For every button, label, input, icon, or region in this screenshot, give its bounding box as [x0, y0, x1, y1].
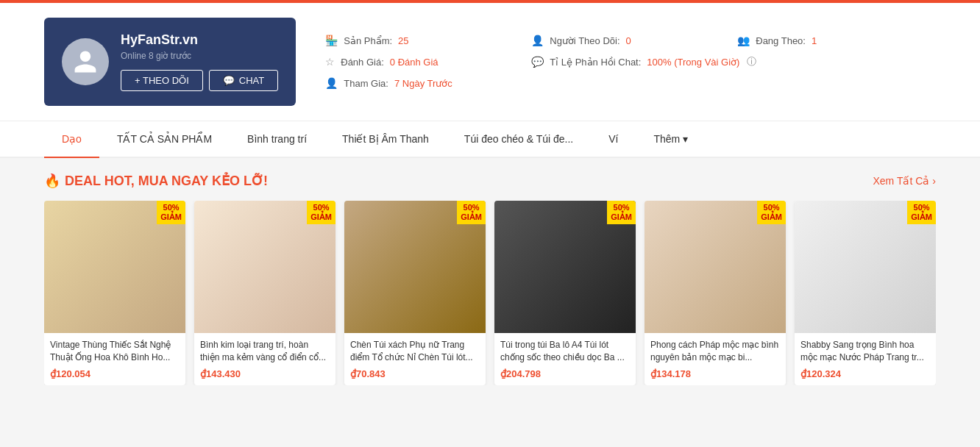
- product-price: ₫70.843: [350, 368, 480, 379]
- discount-badge: 50% GIẢM: [307, 201, 335, 224]
- product-price: ₫204.798: [500, 368, 630, 379]
- follow-icon: 👥: [737, 35, 750, 46]
- person-icon: 👤: [531, 35, 544, 46]
- product-info: Bình kim loại trang trí, hoàn thiện ma k…: [194, 333, 335, 385]
- discount-badge: 50% GIẢM: [907, 201, 936, 224]
- tab-tat-ca[interactable]: TẤT CẢ SẢN PHẨM: [99, 121, 230, 158]
- stat-nguoi-theo-doi: 👤 Người Theo Dõi: 0: [531, 35, 693, 46]
- product-info: Vintage Thùng Thiếc Sắt Nghệ Thuật Ống H…: [44, 333, 185, 385]
- stat-dang-theo: 👥 Đang Theo: 1: [737, 35, 899, 46]
- info-icon: ⓘ: [747, 55, 756, 68]
- product-name: Phong cách Pháp mộc mạc bình nguyên bản …: [650, 339, 780, 364]
- avatar: [62, 38, 109, 85]
- product-image: 50% GIẢM: [344, 201, 486, 333]
- product-image: 50% GIẢM: [645, 201, 786, 333]
- shop-name: HyFanStr.vn: [121, 32, 278, 48]
- product-price: ₫120.324: [800, 368, 930, 379]
- stat-danh-gia: ☆ Đánh Giá: 0 Đánh Giá: [325, 55, 487, 68]
- discount-badge: 50% GIẢM: [157, 201, 185, 224]
- product-name: Shabby Sang trọng Bình hoa mộc mạc Nước …: [800, 339, 930, 364]
- chevron-down-icon: ▾: [683, 133, 688, 145]
- shop-stats: 🏪 Sản Phẩm: 25 👤 Người Theo Dõi: 0 👥 Đan…: [325, 35, 936, 89]
- product-card[interactable]: 50% GIẢM Túi trong túi Ba lô A4 Túi lót …: [494, 201, 636, 385]
- nav-tabs: Dạo TẤT CẢ SẢN PHẨM Bình trang trí Thiết…: [0, 121, 980, 158]
- tab-vi[interactable]: Ví: [591, 121, 636, 158]
- shop-status: Online 8 giờ trước: [121, 51, 278, 61]
- main-content: 🔥 DEAL HOT, MUA NGAY KẺO LỠ! Xem Tất Cả …: [0, 158, 980, 400]
- fire-icon: 🔥: [44, 173, 60, 189]
- product-info: Túi trong túi Ba lô A4 Túi lót chống sốc…: [494, 333, 636, 385]
- shop-info: HyFanStr.vn Online 8 giờ trước + THEO DÕ…: [121, 32, 278, 91]
- chevron-right-icon: ›: [932, 175, 936, 187]
- deal-header: 🔥 DEAL HOT, MUA NGAY KẺO LỠ! Xem Tất Cả …: [44, 173, 936, 189]
- store-icon: 🏪: [325, 35, 338, 46]
- product-name: Bình kim loại trang trí, hoàn thiện ma k…: [200, 339, 330, 364]
- product-card[interactable]: 50% GIẢM Chèn Túi xách Phụ nữ Trang điểm…: [344, 201, 486, 385]
- tab-binh-trang-tri[interactable]: Bình trang trí: [230, 121, 324, 158]
- shop-header: HyFanStr.vn Online 8 giờ trước + THEO DÕ…: [0, 3, 980, 121]
- product-name: Túi trong túi Ba lô A4 Túi lót chống sốc…: [500, 339, 630, 364]
- product-card[interactable]: 50% GIẢM Phong cách Pháp mộc mạc bình ng…: [645, 201, 786, 385]
- product-price: ₫120.054: [50, 368, 180, 379]
- product-card[interactable]: 50% GIẢM Vintage Thùng Thiếc Sắt Nghệ Th…: [44, 201, 185, 385]
- product-info: Chèn Túi xách Phụ nữ Trang điểm Tổ chức …: [344, 333, 486, 385]
- chat-button[interactable]: 💬 CHAT: [209, 70, 278, 91]
- discount-badge: 50% GIẢM: [457, 201, 486, 224]
- products-grid: 50% GIẢM Vintage Thùng Thiếc Sắt Nghệ Th…: [44, 201, 936, 385]
- product-price: ₫143.430: [200, 368, 330, 379]
- user-icon: [72, 49, 99, 75]
- product-info: Phong cách Pháp mộc mạc bình nguyên bản …: [645, 333, 786, 385]
- follow-button[interactable]: + THEO DÕI: [121, 70, 203, 91]
- product-image: 50% GIẢM: [44, 201, 185, 333]
- product-card[interactable]: 50% GIẢM Bình kim loại trang trí, hoàn t…: [194, 201, 335, 385]
- product-name: Chèn Túi xách Phụ nữ Trang điểm Tổ chức …: [350, 339, 480, 364]
- tab-them[interactable]: Thêm ▾: [636, 121, 706, 158]
- tab-tui-deo[interactable]: Túi đeo chéo & Túi đe...: [447, 121, 591, 158]
- product-image: 50% GIẢM: [194, 201, 335, 333]
- product-price: ₫134.178: [650, 368, 780, 379]
- view-all-button[interactable]: Xem Tất Cả ›: [873, 175, 936, 187]
- product-card[interactable]: 50% GIẢM Shabby Sang trọng Bình hoa mộc …: [795, 201, 936, 385]
- chat-icon: 💬: [223, 75, 235, 86]
- tab-thiet-bi-am-thanh[interactable]: Thiết Bị Âm Thanh: [324, 121, 447, 158]
- stat-san-pham: 🏪 Sản Phẩm: 25: [325, 35, 487, 46]
- deal-title: 🔥 DEAL HOT, MUA NGAY KẺO LỠ!: [44, 173, 268, 189]
- shop-actions: + THEO DÕI 💬 CHAT: [121, 70, 278, 91]
- discount-badge: 50% GIẢM: [607, 201, 636, 224]
- discount-badge: 50% GIẢM: [757, 201, 786, 224]
- product-image: 50% GIẢM: [494, 201, 636, 333]
- product-name: Vintage Thùng Thiếc Sắt Nghệ Thuật Ống H…: [50, 339, 180, 364]
- star-icon: ☆: [325, 56, 335, 68]
- shop-profile: HyFanStr.vn Online 8 giờ trước + THEO DÕ…: [44, 18, 296, 106]
- product-image: 50% GIẢM: [795, 201, 936, 333]
- tab-dao[interactable]: Dạo: [44, 121, 99, 158]
- calendar-icon: 👤: [325, 77, 338, 89]
- stat-ti-le: 💬 Tỉ Lệ Phản Hồi Chat: 100% (Trong Vài G…: [531, 55, 756, 68]
- stat-tham-gia: 👤 Tham Gia: 7 Ngày Trước: [325, 77, 487, 89]
- chat-bubble-icon: 💬: [531, 56, 544, 68]
- product-info: Shabby Sang trọng Bình hoa mộc mạc Nước …: [795, 333, 936, 385]
